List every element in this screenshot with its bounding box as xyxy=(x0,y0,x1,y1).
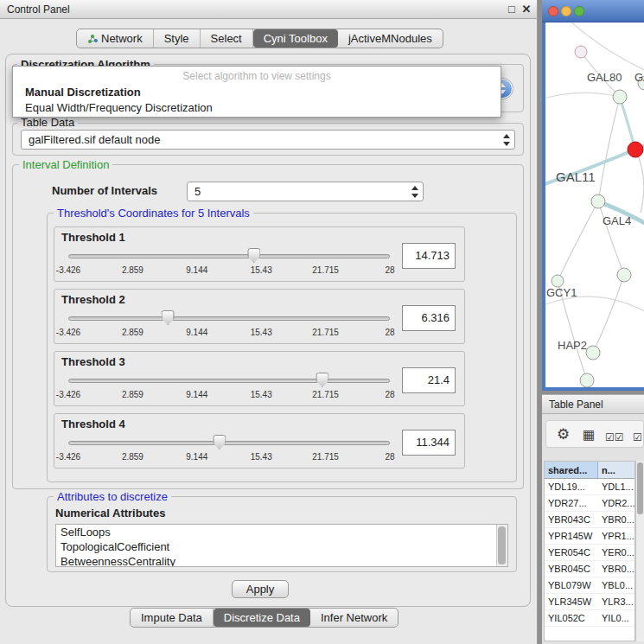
network-node[interactable] xyxy=(586,346,600,360)
cell-name[interactable]: YLR3... xyxy=(598,594,635,610)
list-item[interactable]: TopologicalCoefficient xyxy=(56,539,507,554)
control-panel-titlebar: Control Panel □ ✕ xyxy=(0,0,537,19)
table-row[interactable]: YDR27... YDR2... xyxy=(545,495,634,512)
cell-name[interactable]: YPR1... xyxy=(598,528,635,545)
tab-jactivemnodules[interactable]: jActiveMNodules xyxy=(338,29,443,48)
gear-icon[interactable]: ⚙ xyxy=(557,426,570,443)
slider-thumb[interactable] xyxy=(316,373,328,387)
threshold-4-panel: Threshold 4 -3.426 2.859 9.144 15.43 21.… xyxy=(54,413,465,469)
table-row[interactable]: YER054C YER0... xyxy=(545,545,634,561)
zoom-button[interactable] xyxy=(574,6,584,16)
threshold-3-slider[interactable] xyxy=(68,373,390,390)
slider-track[interactable] xyxy=(68,379,390,383)
attributes-group-label: Attributes to discretize xyxy=(54,490,171,503)
table-row[interactable]: YBR043C YBR0... xyxy=(545,512,634,528)
slider-track[interactable] xyxy=(68,254,390,258)
cell-shared-name[interactable]: YDL19... xyxy=(545,479,598,495)
close-button[interactable] xyxy=(548,6,558,16)
column-header-shared-name[interactable]: shared... xyxy=(545,462,598,479)
network-node-selected[interactable] xyxy=(628,142,643,157)
node-label-gal80: GAL80 xyxy=(587,71,622,84)
checkbox-icon[interactable]: ☑ xyxy=(633,429,642,446)
threshold-1-value-field[interactable]: 14.713 xyxy=(402,243,456,269)
network-node[interactable] xyxy=(617,268,631,282)
cell-name[interactable]: YBR0... xyxy=(598,512,635,528)
tab-select[interactable]: Select xyxy=(201,29,253,48)
tab-style[interactable]: Style xyxy=(154,29,201,48)
threshold-2-slider[interactable] xyxy=(68,310,390,328)
tab-network[interactable]: Network xyxy=(77,29,154,48)
cell-name[interactable]: YDR2... xyxy=(598,495,635,512)
network-canvas[interactable]: GAL80 GA GAL11 GAL4 GCY1 HAP2 xyxy=(545,22,644,387)
cell-shared-name[interactable]: YIL052C xyxy=(545,610,598,627)
tick-label: 28 xyxy=(385,452,394,462)
list-item[interactable]: SelfLoops xyxy=(56,525,507,539)
table-row[interactable]: YIL052C YIL0... xyxy=(545,610,634,627)
threshold-2-panel: Threshold 2 -3.426 2.859 9.144 15.43 21.… xyxy=(54,289,465,344)
dropdown-item-manual-discretization[interactable]: Manual Discretization xyxy=(16,85,497,99)
threshold-2-value-field[interactable]: 6.316 xyxy=(402,305,456,331)
cell-shared-name[interactable]: YDR27... xyxy=(545,495,598,512)
minimize-button[interactable] xyxy=(561,6,571,16)
tick-label: -3.426 xyxy=(56,452,80,462)
cell-shared-name[interactable]: YLR345W xyxy=(545,594,598,610)
network-node[interactable] xyxy=(580,373,594,387)
slider-thumb[interactable] xyxy=(162,310,175,325)
network-node[interactable] xyxy=(575,46,587,58)
select-all-checkbox-icon[interactable]: ☑☑ xyxy=(605,429,624,446)
attributes-list-scrollbar[interactable] xyxy=(496,525,507,566)
network-edge[interactable] xyxy=(620,97,635,150)
cell-shared-name[interactable]: YER054C xyxy=(545,545,598,561)
cell-name[interactable]: YIL0... xyxy=(598,610,635,627)
column-header-name[interactable]: n... xyxy=(598,462,635,479)
list-item[interactable]: BetweennessCentrality xyxy=(56,554,507,567)
tab-cyni-toolbox[interactable]: Cyni Toolbox xyxy=(253,29,338,48)
table-row[interactable]: YLR345W YLR3... xyxy=(545,594,634,610)
tab-infer-network[interactable]: Infer Network xyxy=(310,609,398,627)
tick-label: 9.144 xyxy=(186,265,207,275)
slider-thumb[interactable] xyxy=(247,248,260,263)
table-row[interactable]: YPR145W YPR1... xyxy=(545,528,634,545)
slider-track[interactable] xyxy=(68,316,390,321)
cell-name[interactable]: YDL1... xyxy=(598,479,635,495)
network-window-titlebar[interactable] xyxy=(542,0,644,22)
threshold-3-value-field[interactable]: 21.4 xyxy=(402,367,456,393)
network-node[interactable] xyxy=(552,275,564,287)
cell-name[interactable]: YBL0... xyxy=(598,577,635,594)
table-row[interactable]: YBR045C YBR0... xyxy=(545,561,634,577)
network-node[interactable] xyxy=(613,90,627,104)
scrollbar-thumb[interactable] xyxy=(637,462,643,514)
number-of-intervals-combobox[interactable]: 5 xyxy=(187,182,424,201)
slider-track[interactable] xyxy=(68,441,390,445)
network-node[interactable] xyxy=(591,194,605,208)
tick-label: -3.426 xyxy=(56,390,80,399)
network-icon xyxy=(87,34,98,44)
threshold-4-slider[interactable] xyxy=(68,435,390,452)
cell-name[interactable]: YBR0... xyxy=(598,561,635,577)
table-scrollbar[interactable] xyxy=(635,461,644,641)
table-data-combobox[interactable]: galFiltered.sif default node xyxy=(21,130,515,150)
table-toolbar: ⚙ ▦ ☑☑ ☑ xyxy=(545,420,644,448)
close-icon[interactable]: ✕ xyxy=(520,0,533,19)
tab-discretize-data[interactable]: Discretize Data xyxy=(214,609,310,627)
threshold-4-value-field[interactable]: 11.344 xyxy=(402,430,456,456)
scrollbar-thumb[interactable] xyxy=(498,526,506,564)
table-row[interactable]: YDL19... YDL1... xyxy=(545,479,634,495)
interval-definition-label: Interval Definition xyxy=(19,158,112,171)
float-window-icon[interactable]: □ xyxy=(505,0,519,19)
apply-button[interactable]: Apply xyxy=(232,580,289,598)
threshold-2-label: Threshold 2 xyxy=(61,293,125,306)
slider-thumb[interactable] xyxy=(213,435,226,450)
dropdown-hint-text: Select algorithm to view settings xyxy=(13,70,501,82)
cell-shared-name[interactable]: YPR145W xyxy=(545,528,598,545)
cell-shared-name[interactable]: YBR045C xyxy=(545,561,598,577)
columns-icon[interactable]: ▦ xyxy=(583,426,595,443)
dropdown-item-equal-width-frequency[interactable]: Equal Width/Frequency Discretization xyxy=(16,100,497,115)
node-label-gal11: GAL11 xyxy=(556,169,596,184)
threshold-1-slider[interactable] xyxy=(68,248,390,265)
cell-shared-name[interactable]: YBL079W xyxy=(545,577,598,594)
tab-impute-data[interactable]: Impute Data xyxy=(131,609,214,627)
table-row[interactable]: YBL079W YBL0... xyxy=(545,577,634,594)
cell-name[interactable]: YER0... xyxy=(598,545,635,561)
cell-shared-name[interactable]: YBR043C xyxy=(545,512,598,528)
